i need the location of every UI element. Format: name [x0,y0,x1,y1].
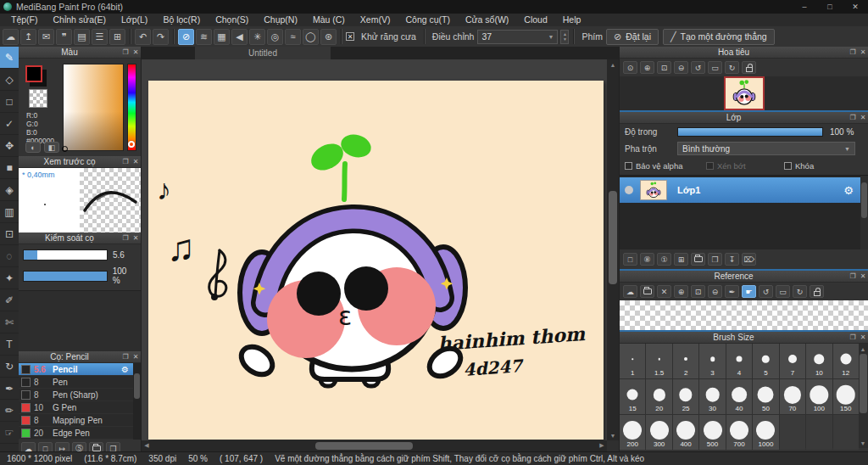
document-icon[interactable]: ▤ [74,29,90,45]
menu-item[interactable]: Help [555,14,589,26]
hue-marker[interactable] [128,141,135,148]
brush-size-10[interactable]: 10 [806,344,832,378]
brush-size-15[interactable]: 15 [620,379,645,414]
horizontal-scroll-thumb[interactable] [315,442,413,450]
menu-item[interactable]: Bộ lọc(R) [155,14,208,26]
parallel-lines-mode-icon[interactable]: ≋ [196,29,212,45]
ref-rotate-cw-icon[interactable]: ↻ [793,285,807,298]
popout-icon[interactable]: ❐ [848,114,858,121]
sv-marker[interactable] [62,146,68,152]
new-1bit-layer-icon[interactable]: ① [657,253,671,266]
popout-icon[interactable]: ❐ [848,48,858,56]
annotation-icon[interactable]: ❞ [56,29,72,45]
radial-mode-icon[interactable]: ✳ [249,29,265,45]
magic-wand-tool[interactable]: ✦ [0,267,19,289]
layer-scrollbar[interactable] [860,176,868,249]
brush-size-4[interactable]: 4 [726,344,752,378]
hand-tool[interactable]: ☞ [0,422,19,444]
scroll-down-icon[interactable]: ▼ [858,438,868,448]
brush-list-item[interactable]: 8 Mapping Pen [19,414,133,427]
zoom-in-icon[interactable]: ⊕ [640,61,654,74]
brush-list-item[interactable]: 5.6 Pencil ⚙ [19,363,133,376]
zoom-out-icon[interactable]: ⊖ [674,61,688,74]
cloud-icon[interactable]: ☁ [3,29,19,45]
brush-size-20[interactable]: 20 [646,379,671,414]
brush-tool[interactable]: ✎ [0,47,19,69]
scroll-left-icon[interactable]: ◀ [142,440,152,451]
new-8bit-layer-icon[interactable]: ⑧ [640,253,654,266]
brush-size-30[interactable]: 30 [699,379,725,414]
settings-mode-icon[interactable]: ⊛ [320,29,337,45]
cloud-ref-icon[interactable]: ☁ [623,285,637,298]
horizontal-scrollbar[interactable]: ◀ ▶ [142,440,607,451]
saturation-value-square[interactable] [63,64,124,151]
canvas-viewport[interactable]: ♪ ♫ [142,59,607,440]
list-icon[interactable]: ☰ [92,29,108,45]
ref-fit-icon[interactable]: ⊡ [691,285,705,298]
layer-item[interactable]: Lớp1 ⚙ [620,177,860,203]
drawing-canvas[interactable]: ♪ ♫ [148,81,604,440]
rotate-cw-icon[interactable]: ↻ [725,61,739,74]
brush-size-400[interactable]: 400 [673,415,698,450]
brush-size-50[interactable]: 50 [753,379,778,414]
lock-icon[interactable] [742,61,756,74]
scroll-up-icon[interactable]: ▲ [858,344,868,354]
foreground-color-swatch[interactable] [25,65,42,82]
frame-tool[interactable]: □ [0,91,19,113]
hue-bar[interactable] [127,64,136,151]
fill-rect-tool[interactable]: ■ [0,157,19,179]
straight-line-button[interactable]: ╱ Tạo một đường thẳng [663,29,775,45]
brush-size-200[interactable]: 200 [620,415,645,450]
reset-view-icon[interactable]: ▭ [708,61,722,74]
bucket-tool[interactable]: ◈ [0,179,19,201]
blend-mode-dropdown[interactable]: Bình thường▼ [677,142,855,155]
eraser-tool[interactable]: ◇ [0,69,19,91]
rotate-ccw-icon[interactable]: ↺ [691,61,705,74]
export-icon[interactable]: ↥ [20,29,36,45]
freehand-mode-icon[interactable]: ⊘ [178,29,194,45]
vanishing-point-mode-icon[interactable]: ◀ [231,29,248,45]
ref-zoom-out-icon[interactable]: ⊖ [708,285,722,298]
navigator-thumbnail[interactable] [724,76,765,110]
menu-item[interactable]: Lớp(L) [114,14,155,26]
swap-color-icon[interactable]: ◧ [44,142,59,153]
close-icon[interactable]: ✕ [131,158,141,165]
brush-list-scrollbar[interactable] [133,363,141,440]
brush-size-12[interactable]: 12 [833,344,859,378]
text-tool[interactable]: T [0,333,19,356]
lock-checkbox[interactable]: Khóa [784,161,814,171]
brush-size-5[interactable]: 5 [753,344,778,378]
brush-size-700[interactable]: 700 [726,415,752,450]
menu-item[interactable]: Tệp(F) [3,14,46,26]
palette-icon[interactable]: ◐ [25,142,41,153]
brush-size-70[interactable]: 70 [780,379,805,414]
brush-list-item[interactable]: 20 Edge Pen [19,427,133,440]
document-tab[interactable]: Untitled [195,47,331,59]
menu-item[interactable]: Cloud [516,14,554,26]
brush-size-1.5[interactable]: 1.5 [646,344,671,378]
gear-icon[interactable]: ⚙ [121,365,133,374]
brush-opacity-slider[interactable] [23,271,108,282]
menu-item[interactable]: Chỉnh sửa(E) [46,14,114,26]
brush-size-500[interactable]: 500 [699,415,725,450]
popout-icon[interactable]: ❐ [120,158,131,165]
fit-window-icon[interactable]: ⊡ [657,61,671,74]
brush-size-2[interactable]: 2 [673,344,698,378]
maximize-button[interactable]: □ [817,0,843,14]
brush-list-item[interactable]: 8 Pen (Sharp) [19,389,133,401]
select-eraser-tool[interactable]: ✄ [0,311,19,333]
reference-empty-area[interactable] [620,300,868,332]
menu-item[interactable]: Công cụ(T) [398,14,458,26]
concentric-mode-icon[interactable]: ◎ [267,29,283,45]
brush-size-300[interactable]: 300 [646,415,671,450]
close-icon[interactable]: ✕ [858,114,868,121]
select-pen-tool[interactable]: ✐ [0,289,19,311]
merge-layer-icon[interactable]: ↧ [725,253,739,266]
ref-hand-icon[interactable]: ☛ [742,285,756,298]
brush-size-1[interactable]: 1 [620,344,645,378]
brush-size-40[interactable]: 40 [726,379,752,414]
popout-icon[interactable]: ❐ [848,272,858,280]
menu-item[interactable]: Xem(V) [353,14,398,26]
brush-size-slider[interactable] [23,249,108,261]
grid-mode-icon[interactable]: ▦ [214,29,230,45]
